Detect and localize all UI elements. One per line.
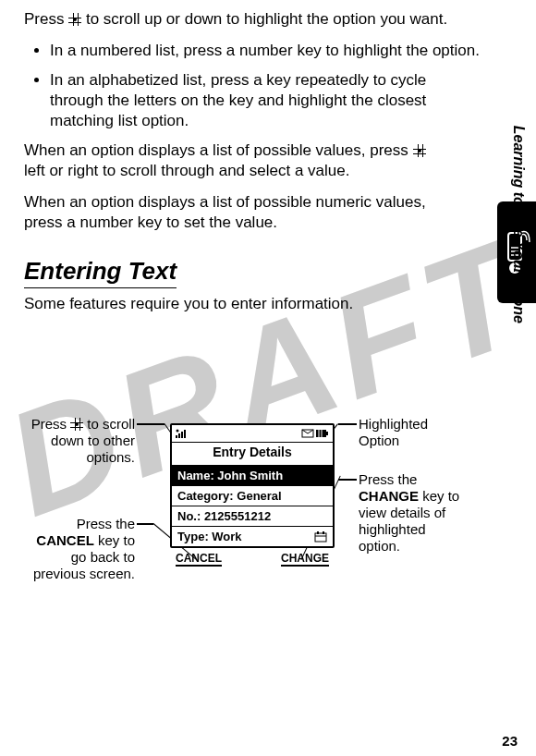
cancel-key-label: CANCEL (36, 532, 94, 548)
callout-bottom-right: Press the CHANGE key to view details of … (359, 471, 469, 555)
msg-icon (301, 429, 314, 438)
text: Press (31, 416, 71, 432)
connector-line (338, 479, 357, 481)
screen-row: Category: General (172, 485, 333, 506)
battery-icon (316, 429, 329, 438)
change-key-label: CHANGE (359, 488, 419, 504)
row-text: Type: Work (177, 530, 242, 543)
screen-row: Type: Work (172, 526, 333, 546)
paragraph: Some features require you to enter infor… (24, 294, 481, 314)
connector-line (338, 423, 357, 425)
signal-icon (176, 428, 187, 439)
bullet-list: In a numbered list, press a number key t… (24, 41, 481, 131)
text: Press (24, 10, 68, 28)
text: to scroll up or down to highlight the op… (86, 10, 447, 28)
softkey-left: CANCEL (176, 552, 222, 567)
diagram: Press to scroll down to other options. P… (24, 416, 486, 656)
callout-bottom-left: Press the CANCEL key to go back to previ… (24, 516, 135, 582)
callout-top-left: Press to scroll down to other options. (24, 416, 135, 466)
softkey-right: CHANGE (281, 552, 329, 567)
highlighted-row: Name: John Smith (172, 465, 333, 485)
paragraph: When an option displays a list of possib… (24, 140, 481, 181)
text: left or right to scroll through and sele… (24, 162, 349, 179)
list-item: In an alphabetized list, press a key rep… (50, 70, 481, 131)
page-number: 23 (502, 733, 518, 749)
text: When an option displays a list of possib… (24, 141, 413, 159)
phone-screen: Entry Details Name: John Smith Category:… (170, 423, 335, 572)
svg-rect-9 (326, 432, 328, 435)
nav-key-icon (68, 13, 81, 26)
connector-line (137, 423, 164, 425)
text: Press the (359, 471, 417, 487)
nav-key-icon (413, 144, 426, 157)
paragraph: When an option displays a list of possib… (24, 192, 481, 233)
calendar-icon (314, 531, 327, 543)
svg-rect-12 (315, 533, 326, 542)
screen-title: Entry Details (172, 442, 333, 465)
text: Press the (77, 516, 135, 531)
screen-row: No.: 2125551212 (172, 506, 333, 526)
softkey-bar: CANCEL CHANGE (170, 548, 335, 572)
connector-line (137, 523, 153, 525)
svg-point-6 (177, 430, 179, 433)
nav-key-icon (70, 418, 83, 431)
section-heading: Entering Text (24, 257, 177, 288)
status-bar (172, 425, 333, 442)
list-item: In a numbered list, press a number key t… (50, 41, 481, 61)
intro-paragraph: Press to scroll up or down to highlight … (24, 9, 481, 30)
callout-top-right: Highlighted Option (359, 416, 469, 449)
